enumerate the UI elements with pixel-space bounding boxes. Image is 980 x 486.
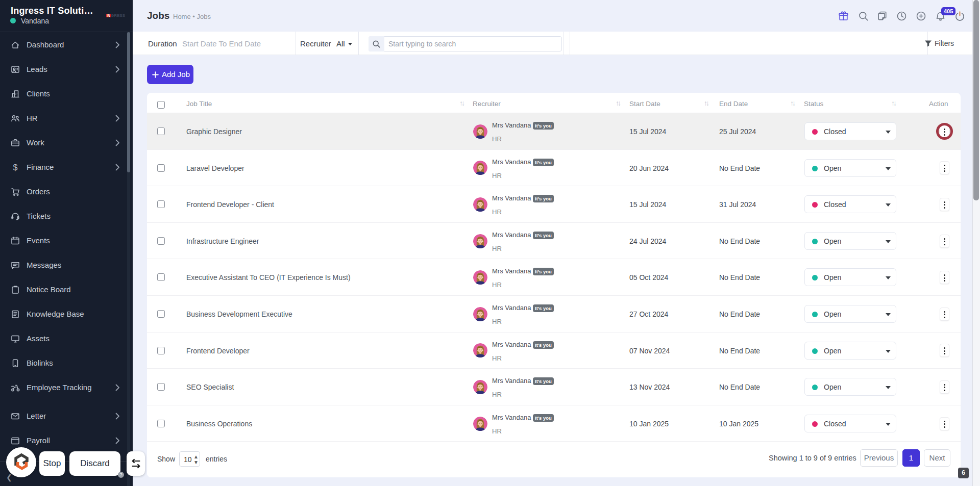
- svg-text:$: $: [13, 163, 18, 172]
